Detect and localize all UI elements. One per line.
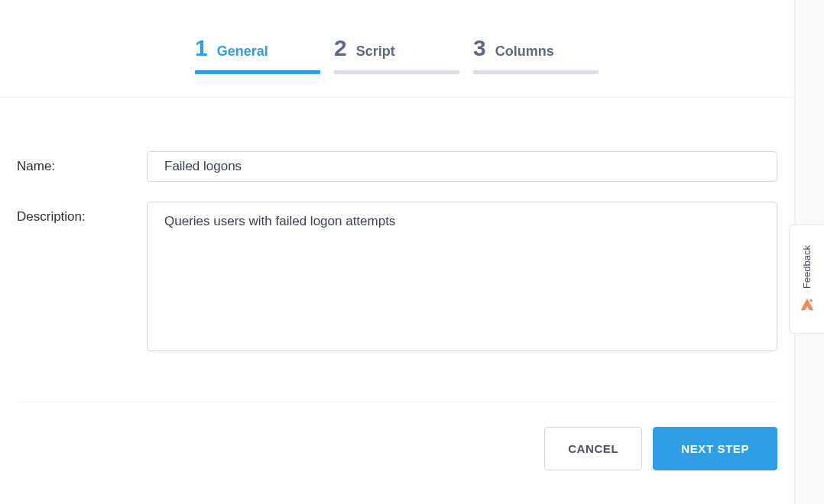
feedback-tab[interactable]: Feedback <box>789 225 824 334</box>
step-number: 3 <box>473 37 486 60</box>
name-input[interactable] <box>147 151 777 182</box>
name-label: Name: <box>17 151 147 174</box>
step-underline <box>195 70 320 74</box>
cancel-button[interactable]: CANCEL <box>544 427 642 470</box>
step-number: 1 <box>195 37 208 60</box>
step-label: General <box>217 44 268 60</box>
step-underline <box>473 70 599 74</box>
feedback-logo-icon <box>799 296 816 313</box>
footer-actions: CANCEL NEXT STEP <box>0 402 794 470</box>
description-input[interactable] <box>147 202 777 351</box>
description-label: Description: <box>17 202 147 225</box>
next-step-button[interactable]: NEXT STEP <box>653 427 777 470</box>
page-container: 1 General 2 Script 3 Columns Name: Des <box>0 0 795 504</box>
step-label: Columns <box>495 44 554 60</box>
step-underline <box>334 70 459 74</box>
step-label: Script <box>356 44 395 60</box>
step-columns[interactable]: 3 Columns <box>473 37 599 74</box>
form-row-name: Name: <box>17 151 777 182</box>
svg-point-0 <box>809 299 813 302</box>
feedback-label: Feedback <box>801 245 813 289</box>
form-row-description: Description: <box>17 202 777 351</box>
stepper: 1 General 2 Script 3 Columns <box>0 0 794 98</box>
step-script[interactable]: 2 Script <box>334 37 459 74</box>
form-area: Name: Description: <box>0 98 794 402</box>
step-general[interactable]: 1 General <box>195 37 320 74</box>
step-number: 2 <box>334 37 347 60</box>
